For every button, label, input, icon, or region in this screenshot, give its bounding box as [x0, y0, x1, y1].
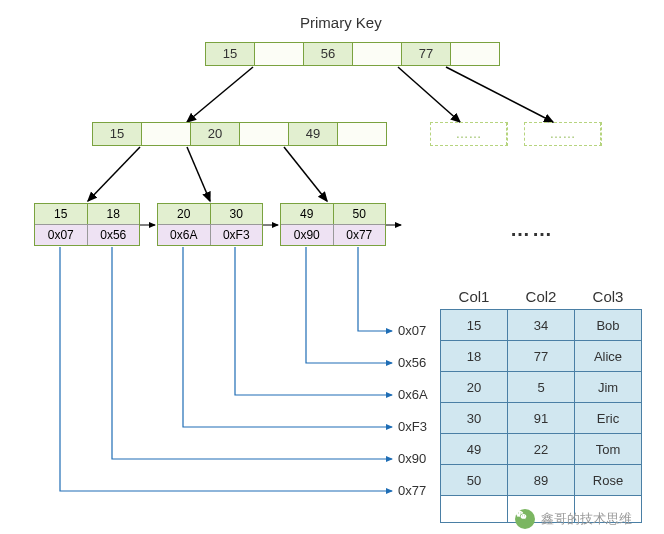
svg-line-3 — [88, 147, 140, 201]
table-cell: 30 — [441, 403, 508, 434]
table-header: Col1 — [441, 288, 508, 310]
svg-line-4 — [187, 147, 210, 201]
ptr-label: 0x56 — [398, 355, 426, 370]
wechat-icon — [515, 509, 535, 529]
btree-internal-node: 15 20 49 — [92, 122, 387, 146]
leaf-ptr: 0x90 — [281, 225, 334, 245]
leaf-ptr: 0x6A — [158, 225, 211, 245]
table-cell: 5 — [508, 372, 575, 403]
table-cell: 18 — [441, 341, 508, 372]
table-cell: 89 — [508, 465, 575, 496]
ptr-label: 0x6A — [398, 387, 428, 402]
btree-leaf-node: 1518 0x070x56 — [34, 203, 140, 246]
table-cell: Jim — [575, 372, 642, 403]
table-cell: Rose — [575, 465, 642, 496]
root-key-2: 77 — [402, 43, 451, 65]
leaf-ptr: 0x77 — [334, 225, 386, 245]
leaf-key: 49 — [281, 204, 334, 224]
svg-line-5 — [284, 147, 327, 201]
table-cell: 77 — [508, 341, 575, 372]
diagram-title: Primary Key — [300, 14, 382, 31]
table-cell: 50 — [441, 465, 508, 496]
leaf-ptr: 0xF3 — [211, 225, 263, 245]
table-cell: 34 — [508, 310, 575, 341]
table-header: Col2 — [508, 288, 575, 310]
table-cell: 15 — [441, 310, 508, 341]
table-cell: Alice — [575, 341, 642, 372]
ptr-label: 0x07 — [398, 323, 426, 338]
internal-key-1: 20 — [191, 123, 240, 145]
leaf-key: 50 — [334, 204, 386, 224]
watermark: 鑫哥的技术思维 — [515, 509, 632, 529]
table-cell: Eric — [575, 403, 642, 434]
table-ellipsis: …… — [530, 530, 562, 534]
btree-leaf-node: 4950 0x900x77 — [280, 203, 386, 246]
leaf-key: 30 — [211, 204, 263, 224]
leaf-key: 15 — [35, 204, 88, 224]
table-cell: Tom — [575, 434, 642, 465]
table-cell: 20 — [441, 372, 508, 403]
ptr-label: 0x77 — [398, 483, 426, 498]
btree-ghost-node: …… — [524, 122, 602, 146]
leaf-key: 20 — [158, 204, 211, 224]
leaf-ptr: 0x56 — [88, 225, 140, 245]
ghost-ellipsis: …… — [525, 123, 601, 145]
btree-ghost-node: …… — [430, 122, 508, 146]
watermark-text: 鑫哥的技术思维 — [541, 510, 632, 528]
leaf-ellipsis: …… — [510, 218, 554, 241]
leaf-key: 18 — [88, 204, 140, 224]
ptr-label: 0xF3 — [398, 419, 427, 434]
btree-root-node: 15 56 77 — [205, 42, 500, 66]
svg-line-1 — [398, 67, 460, 122]
root-key-1: 56 — [304, 43, 353, 65]
svg-line-2 — [446, 67, 553, 122]
table-cell: Bob — [575, 310, 642, 341]
table-cell: 49 — [441, 434, 508, 465]
root-key-0: 15 — [206, 43, 255, 65]
btree-leaf-node: 2030 0x6A0xF3 — [157, 203, 263, 246]
svg-line-0 — [187, 67, 253, 122]
ptr-label: 0x90 — [398, 451, 426, 466]
internal-key-0: 15 — [93, 123, 142, 145]
table-header: Col3 — [575, 288, 642, 310]
ghost-ellipsis: …… — [431, 123, 507, 145]
table-cell: 22 — [508, 434, 575, 465]
leaf-ptr: 0x07 — [35, 225, 88, 245]
data-table: Col1Col2Col3 1534Bob 1877Alice 205Jim 30… — [440, 288, 642, 523]
table-cell: 91 — [508, 403, 575, 434]
internal-key-2: 49 — [289, 123, 338, 145]
